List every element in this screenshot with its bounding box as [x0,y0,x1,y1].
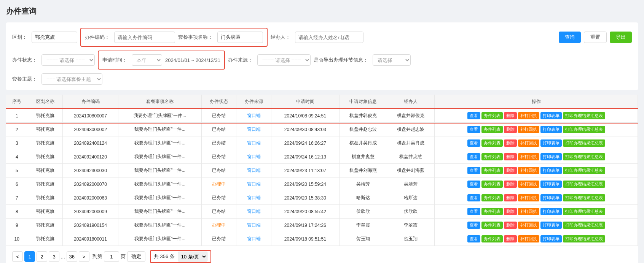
list-button[interactable]: 办件列表 [481,208,503,215]
cell-action: 查看 办件列表 删除 补打回执 打印表单 打印办理结果汇总表 [435,164,638,177]
print-result-button[interactable]: 打印办理结果汇总表 [563,139,605,147]
print-result-button[interactable]: 打印办理结果汇总表 [563,235,605,242]
reset-button[interactable]: 重置 [584,32,607,43]
view-button[interactable]: 查看 [467,112,480,119]
delete-button[interactable]: 删除 [504,222,517,229]
cell-apply-obj: 棋盘井刘海燕 [339,164,387,177]
package-name-input[interactable] [217,32,263,43]
col-handler: 经办人 [387,95,435,109]
cell-no: 10 [6,232,28,246]
cell-action: 查看 办件列表 删除 补打回执 打印表单 打印办理结果汇总表 [435,123,638,136]
page-title: 办件查询 [6,6,638,16]
print-result-button[interactable]: 打印办理结果汇总表 [563,181,605,188]
goto-confirm-button[interactable]: 确定 [127,251,145,262]
view-button[interactable]: 查看 [467,167,480,174]
prev-page-button[interactable]: < [12,251,23,262]
package-name-label: 套餐事项名称： [178,34,213,41]
page-36-button[interactable]: 36 [67,251,77,262]
cell-source: 窗口端 [236,219,271,232]
case-code-input[interactable] [114,32,175,43]
view-button[interactable]: 查看 [467,126,480,133]
delete-button[interactable]: 删除 [504,194,517,201]
show-env-label: 是否导出办理环节信息： [314,57,368,63]
export-button[interactable]: 导出 [610,32,632,43]
print-button[interactable]: 打印表单 [540,235,562,242]
delete-button[interactable]: 删除 [504,153,517,160]
cell-apply-obj: 李翠霞 [339,219,387,232]
delete-button[interactable]: 删除 [504,139,517,147]
print-result-button[interactable]: 打印办理结果汇总表 [563,222,605,229]
cell-code: 2024093000002 [62,123,118,136]
delete-button[interactable]: 删除 [504,112,517,119]
print-button[interactable]: 打印表单 [540,139,562,147]
print-button[interactable]: 打印表单 [540,222,562,229]
fill-back-button[interactable]: 补打回执 [518,139,539,147]
fill-back-button[interactable]: 补打回执 [518,112,539,119]
list-button[interactable]: 办件列表 [481,194,503,201]
district-input[interactable] [32,32,77,43]
page-2-button[interactable]: 2 [37,251,47,262]
apply-time-option-select[interactable]: 本年 [132,54,162,66]
page-3-button[interactable]: 3 [49,251,59,262]
print-button[interactable]: 打印表单 [540,208,562,215]
print-result-button[interactable]: 打印办理结果汇总表 [563,126,605,133]
delete-button[interactable]: 删除 [504,167,517,174]
fill-back-button[interactable]: 补打回执 [518,126,539,133]
package-theme-select[interactable]: === 请选择套餐主题 === [41,73,102,85]
list-button[interactable]: 办件列表 [481,235,503,242]
handler-input[interactable] [295,32,363,43]
view-button[interactable]: 查看 [467,222,480,229]
view-button[interactable]: 查看 [467,194,480,201]
page-size-select[interactable]: 10 条/页 20 条/页 50 条/页 [178,252,207,261]
print-button[interactable]: 打印表单 [540,153,562,160]
fill-back-button[interactable]: 补打回执 [518,194,539,201]
page-ellipsis: ... [61,254,65,260]
list-button[interactable]: 办件列表 [481,112,503,119]
view-button[interactable]: 查看 [467,139,480,147]
view-button[interactable]: 查看 [467,181,480,188]
delete-button[interactable]: 删除 [504,208,517,215]
print-result-button[interactable]: 打印办理结果汇总表 [563,112,605,119]
fill-back-button[interactable]: 补打回执 [518,235,539,242]
print-result-button[interactable]: 打印办理结果汇总表 [563,194,605,201]
cell-no: 2 [6,123,28,136]
query-button[interactable]: 查询 [559,32,581,43]
print-button[interactable]: 打印表单 [540,126,562,133]
delete-button[interactable]: 删除 [504,235,517,242]
print-result-button[interactable]: 打印办理结果汇总表 [563,167,605,174]
print-result-button[interactable]: 打印办理结果汇总表 [563,153,605,160]
next-page-button[interactable]: > [79,251,89,262]
fill-back-button[interactable]: 补打回执 [518,153,539,160]
print-button[interactable]: 打印表单 [540,167,562,174]
fill-back-button[interactable]: 补打回执 [518,167,539,174]
table-scroll[interactable]: 序号 区划名称 办件编码 套餐事项名称 办件状态 办件来源 申请时间 申请对象信… [6,95,638,246]
page-1-button[interactable]: 1 [24,251,35,262]
list-button[interactable]: 办件列表 [481,222,503,229]
cell-action: 查看 办件列表 删除 补打回执 打印表单 打印办理结果汇总表 [435,232,638,246]
view-button[interactable]: 查看 [467,235,480,242]
status-select[interactable]: ==== 请选择 ==== [41,54,95,66]
delete-button[interactable]: 删除 [504,181,517,188]
print-button[interactable]: 打印表单 [540,181,562,188]
print-button[interactable]: 打印表单 [540,194,562,201]
list-button[interactable]: 办件列表 [481,181,503,188]
fill-back-button[interactable]: 补打回执 [518,222,539,229]
cell-status: 办理中 [201,177,236,191]
view-button[interactable]: 查看 [467,153,480,160]
print-button[interactable]: 打印表单 [540,112,562,119]
view-button[interactable]: 查看 [467,208,480,215]
cell-status: 已办结 [201,136,236,150]
print-result-button[interactable]: 打印办理结果汇总表 [563,208,605,215]
source-select[interactable]: ==== 请选择 ==== [257,54,311,66]
delete-button[interactable]: 删除 [504,126,517,133]
list-button[interactable]: 办件列表 [481,167,503,174]
show-env-select[interactable]: 请选择 [373,54,411,66]
search-row-3: 套餐主题： === 请选择套餐主题 === [12,73,632,85]
fill-back-button[interactable]: 补打回执 [518,181,539,188]
list-button[interactable]: 办件列表 [481,126,503,133]
col-apply-time: 申请时间 [271,95,339,109]
list-button[interactable]: 办件列表 [481,153,503,160]
goto-input[interactable] [104,251,119,262]
fill-back-button[interactable]: 补打回执 [518,208,539,215]
list-button[interactable]: 办件列表 [481,139,503,147]
